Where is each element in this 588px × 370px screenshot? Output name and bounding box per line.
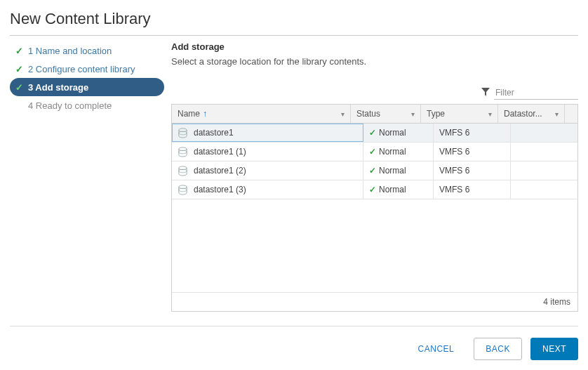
step-label: 1 Name and location [28, 46, 112, 56]
datastore-grid: Name↑ ▾ Status ▾ Type ▾ Datastor... ▾ [171, 104, 578, 312]
datastore-icon [178, 128, 188, 138]
check-icon: ✓ [15, 64, 24, 74]
step-configure-library[interactable]: ✓ 2 Configure content library [10, 60, 164, 78]
step-label: 4 Ready to complete [28, 100, 112, 111]
table-row[interactable]: datastore1 (3) ✓Normal VMFS 6 [172, 180, 577, 199]
table-row[interactable]: datastore1 (1) ✓Normal VMFS 6 [172, 143, 577, 161]
cell-name: datastore1 [194, 128, 234, 138]
table-row[interactable]: datastore1 ✓Normal VMFS 6 [172, 124, 577, 143]
chevron-down-icon: ▾ [555, 110, 559, 118]
chevron-down-icon: ▾ [341, 110, 345, 118]
grid-footer: 4 items [172, 292, 577, 311]
cell-name: datastore1 (1) [194, 147, 246, 157]
item-count: 4 items [543, 297, 570, 307]
cancel-button[interactable]: CANCEL [407, 338, 466, 360]
column-type[interactable]: Type ▾ [421, 105, 498, 123]
cell-status: Normal [379, 166, 406, 176]
cell-type: VMFS 6 [439, 147, 469, 157]
datastore-icon [178, 166, 188, 176]
cell-type: VMFS 6 [439, 166, 469, 176]
filter-input[interactable] [494, 86, 578, 100]
status-ok-icon: ✓ [369, 166, 376, 176]
sort-asc-icon: ↑ [203, 109, 207, 119]
step-ready-complete: ✓ 4 Ready to complete [10, 96, 164, 114]
wizard-title: New Content Library [10, 7, 578, 36]
column-label: Name [178, 109, 200, 119]
column-datastore[interactable]: Datastor... ▾ [498, 105, 565, 123]
column-label: Type [427, 109, 445, 119]
cell-status: Normal [379, 147, 406, 157]
status-ok-icon: ✓ [369, 147, 376, 157]
wizard-buttons: CANCEL BACK NEXT [10, 326, 578, 360]
cell-type: VMFS 6 [439, 128, 469, 138]
grid-header: Name↑ ▾ Status ▾ Type ▾ Datastor... ▾ [172, 105, 577, 124]
cell-type: VMFS 6 [439, 185, 469, 194]
status-ok-icon: ✓ [369, 128, 376, 138]
status-ok-icon: ✓ [369, 185, 376, 194]
datastore-icon [178, 185, 188, 195]
filter-icon [481, 88, 490, 98]
panel-heading: Add storage [171, 41, 578, 52]
cell-status: Normal [379, 185, 406, 194]
table-row[interactable]: datastore1 (2) ✓Normal VMFS 6 [172, 161, 577, 180]
cell-status: Normal [379, 128, 406, 138]
column-status[interactable]: Status ▾ [351, 105, 421, 123]
step-name-location[interactable]: ✓ 1 Name and location [10, 41, 164, 60]
panel-subheading: Select a storage location for the librar… [171, 56, 578, 67]
column-name[interactable]: Name↑ ▾ [172, 105, 351, 123]
grid-body[interactable]: datastore1 ✓Normal VMFS 6 datastore1 (1)… [172, 124, 577, 292]
chevron-down-icon: ▾ [411, 110, 415, 118]
cell-name: datastore1 (3) [194, 185, 246, 194]
check-icon: ✓ [15, 46, 24, 56]
next-button[interactable]: NEXT [530, 338, 578, 360]
column-label: Datastor... [504, 109, 542, 119]
column-label: Status [356, 109, 380, 119]
check-icon: ✓ [15, 82, 24, 93]
step-label: 2 Configure content library [28, 64, 135, 74]
wizard-steps: ✓ 1 Name and location ✓ 2 Configure cont… [10, 41, 171, 312]
wizard-content: Add storage Select a storage location fo… [171, 41, 578, 312]
cell-name: datastore1 (2) [194, 166, 246, 176]
back-button[interactable]: BACK [474, 338, 522, 360]
chevron-down-icon: ▾ [488, 110, 492, 118]
column-spacer [565, 105, 577, 123]
step-label: 3 Add storage [28, 82, 88, 93]
datastore-icon [178, 147, 188, 157]
step-add-storage[interactable]: ✓ 3 Add storage [10, 78, 164, 96]
